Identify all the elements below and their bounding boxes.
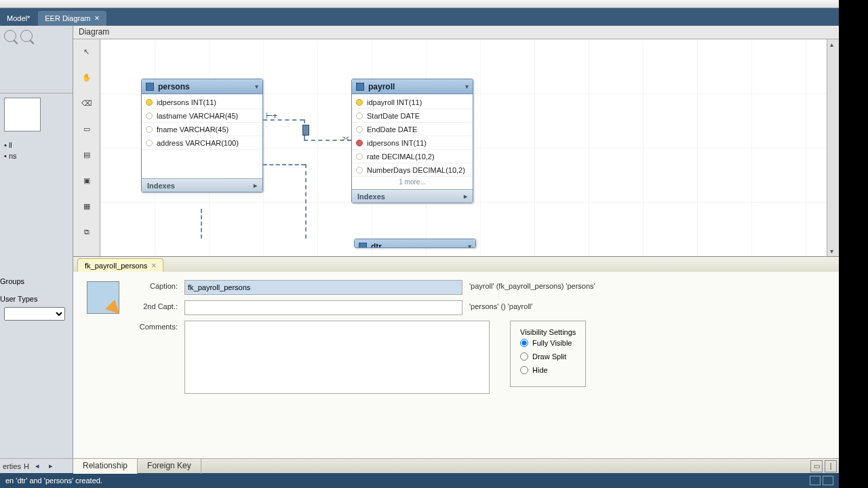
- relationship-handle[interactable]: [302, 125, 309, 136]
- entity-header[interactable]: payroll ▾: [352, 79, 473, 94]
- tree-item[interactable]: • ll: [4, 140, 68, 150]
- pointer-tool-icon[interactable]: ↖: [79, 43, 95, 60]
- close-icon[interactable]: ×: [151, 261, 156, 270]
- column[interactable]: idpersons INT(11): [142, 96, 262, 109]
- relationship-line[interactable]: [263, 164, 305, 165]
- cardinality-many-icon: ⪥: [342, 134, 350, 144]
- properties-panel: fk_payroll_persons × Caption: 'payroll' …: [73, 256, 839, 473]
- table-icon: [356, 83, 364, 91]
- collapse-icon[interactable]: ▾: [468, 243, 471, 248]
- caption-readout: 'payroll' (fk_payroll_persons) 'persons': [469, 280, 595, 290]
- status-bar: en 'dtr' and 'persons' created.: [0, 473, 839, 488]
- tab-relationship[interactable]: Relationship: [73, 459, 138, 474]
- entity-header[interactable]: dtr ▾: [355, 239, 475, 248]
- visibility-option[interactable]: Hide: [520, 363, 576, 377]
- radio-fully-visible[interactable]: [520, 339, 528, 347]
- eraser-tool-icon[interactable]: ⌫: [79, 95, 95, 111]
- tab-model[interactable]: Model*: [0, 11, 37, 26]
- column[interactable]: fname VARCHAR(45): [142, 123, 262, 136]
- fk-icon: [356, 140, 363, 146]
- caption-input[interactable]: [184, 280, 462, 295]
- caption-label: Caption:: [130, 280, 178, 290]
- column[interactable]: rate DECIMAL(10,2): [352, 150, 473, 163]
- entity-persons[interactable]: persons ▾ idpersons INT(11) lastname VAR…: [141, 79, 263, 192]
- collapse-icon[interactable]: ▾: [465, 83, 469, 90]
- column[interactable]: idpayroll INT(11): [352, 96, 473, 109]
- column-icon: [356, 126, 363, 133]
- key-icon: [356, 99, 363, 106]
- column-icon: [356, 167, 363, 174]
- image-tool-icon[interactable]: ▣: [79, 172, 95, 188]
- status-toggle-icon[interactable]: [810, 476, 821, 485]
- visibility-option[interactable]: Draw Split: [520, 350, 576, 363]
- column[interactable]: idpersons INT(11): [352, 136, 473, 150]
- zoom-in-icon[interactable]: [20, 30, 33, 42]
- property-tab-relationship[interactable]: fk_payroll_persons ×: [77, 258, 163, 272]
- note-tool-icon[interactable]: ▤: [79, 146, 95, 163]
- collapse-icon[interactable]: ▾: [255, 83, 258, 90]
- next-tab-icon[interactable]: ▸: [45, 461, 56, 472]
- type-selector: [0, 303, 73, 325]
- hand-tool-icon[interactable]: ✋: [79, 69, 95, 85]
- table-tool-icon[interactable]: ▦: [79, 198, 95, 214]
- radio-hide[interactable]: [520, 366, 528, 374]
- groups-header[interactable]: Groups: [0, 277, 73, 285]
- entity-payroll[interactable]: payroll ▾ idpayroll INT(11) StartDate DA…: [351, 79, 473, 203]
- expand-icon[interactable]: ▸: [464, 192, 467, 200]
- catalog-tree[interactable]: • ll • ns: [0, 136, 73, 277]
- column[interactable]: EndDate DATE: [352, 123, 473, 136]
- second-caption-input[interactable]: [184, 300, 462, 315]
- relationship-line[interactable]: [305, 164, 307, 239]
- column-icon: [356, 113, 363, 119]
- navigator-viewport[interactable]: [4, 98, 41, 131]
- left-sidebar: • ll • ns Groups User Types erties H ◂ ▸: [0, 26, 73, 473]
- column[interactable]: StartDate DATE: [352, 109, 473, 123]
- entity-header[interactable]: persons ▾: [142, 79, 262, 94]
- visibility-legend: Visibility Settings: [520, 328, 576, 336]
- diagram-navigator: [0, 26, 73, 94]
- cardinality-one-icon: ⊢+: [266, 111, 277, 121]
- type-select[interactable]: [4, 307, 65, 321]
- properties-tab-label[interactable]: erties: [3, 462, 21, 470]
- radio-draw-split[interactable]: [520, 352, 528, 361]
- diagram-canvas[interactable]: persons ▾ idpersons INT(11) lastname VAR…: [100, 39, 827, 256]
- comments-textarea[interactable]: [184, 321, 490, 394]
- property-bottom-tabs: Relationship Foreign Key ▭ |: [73, 458, 839, 473]
- view-tool-icon[interactable]: ⧉: [79, 224, 95, 240]
- second-caption-label: 2nd Capt.:: [130, 300, 178, 310]
- h-tab-label[interactable]: H: [24, 462, 29, 470]
- entity-dtr[interactable]: dtr ▾: [354, 239, 476, 248]
- diagram-title: Diagram: [73, 26, 839, 39]
- tab-foreign-key[interactable]: Foreign Key: [138, 459, 201, 474]
- column[interactable]: address VARCHAR(100): [142, 136, 262, 150]
- document-tabs: Model* EER Diagram ×: [0, 8, 839, 26]
- tree-item[interactable]: • ns: [4, 150, 68, 161]
- menu-bar[interactable]: [0, 0, 839, 8]
- relationship-line[interactable]: [201, 209, 202, 239]
- column[interactable]: NumberDays DECIMAL(10,2): [352, 163, 473, 177]
- close-icon[interactable]: ×: [95, 14, 100, 23]
- property-tab-label: fk_payroll_persons: [85, 262, 147, 270]
- zoom-out-icon[interactable]: [4, 30, 16, 42]
- entity-name: persons: [158, 82, 190, 92]
- layer-tool-icon[interactable]: ▭: [79, 121, 95, 137]
- visibility-option[interactable]: Fully Visible: [520, 336, 576, 350]
- column[interactable]: lastname VARCHAR(45): [142, 109, 262, 123]
- user-types-header[interactable]: User Types: [0, 295, 73, 303]
- expand-icon[interactable]: ▸: [254, 182, 257, 189]
- panel-close-icon[interactable]: |: [825, 460, 837, 472]
- panel-toggle-icon[interactable]: ▭: [810, 460, 823, 472]
- status-toggle-icon[interactable]: [823, 476, 833, 485]
- column-icon: [146, 126, 153, 133]
- indexes-section[interactable]: Indexes▸: [352, 189, 473, 203]
- vertical-scrollbar[interactable]: [827, 39, 839, 256]
- column-icon: [146, 113, 153, 119]
- entity-columns: idpayroll INT(11) StartDate DATE EndDate…: [352, 94, 473, 178]
- entity-columns: idpersons INT(11) lastname VARCHAR(45) f…: [142, 94, 262, 151]
- indexes-section[interactable]: Indexes▸: [142, 178, 262, 192]
- tab-model-label: Model*: [7, 14, 30, 22]
- more-columns[interactable]: 1 more...: [352, 178, 473, 189]
- tab-eer-diagram[interactable]: EER Diagram ×: [38, 11, 106, 26]
- comments-label: Comments:: [130, 321, 178, 331]
- prev-tab-icon[interactable]: ◂: [32, 461, 43, 472]
